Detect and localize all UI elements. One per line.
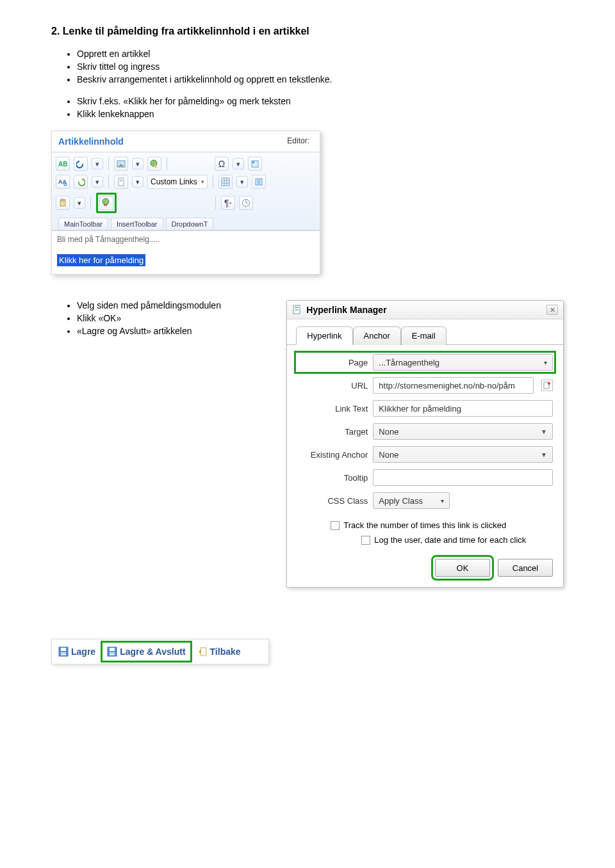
css-dropdown[interactable]: Apply Class ▾: [373, 492, 450, 509]
save-icon: [58, 647, 69, 657]
editor-toolbar: ABC ▾ ▾ Ω ▾ AA: [52, 152, 320, 230]
list-item: Klikk «OK»: [77, 313, 280, 323]
lagre-label: Lagre: [71, 647, 95, 657]
paste-icon[interactable]: [56, 196, 70, 210]
svg-text:AA: AA: [58, 179, 67, 185]
page-dropdown[interactable]: ...Tårnagenthelg ▾: [373, 354, 553, 371]
tooltip-label: Tooltip: [297, 473, 368, 483]
editor-label: Editor:: [287, 136, 313, 147]
caret-down-icon[interactable]: ▾: [132, 158, 144, 170]
editor-text-line: Bli med på Tårnaggenthelg.....: [57, 235, 315, 244]
url-label: URL: [297, 381, 368, 390]
lagre-button[interactable]: Lagre: [58, 647, 95, 657]
layout-icon[interactable]: [252, 175, 266, 189]
template-icon[interactable]: [248, 157, 262, 171]
list-item: Opprett en artikkel: [77, 49, 564, 59]
svg-rect-20: [62, 199, 64, 201]
bullet-list-3: Velg siden med påmeldingsmodulen Klikk «…: [77, 300, 280, 336]
globe-edit-icon[interactable]: [147, 157, 161, 171]
hyperlink-button[interactable]: [99, 196, 113, 210]
svg-rect-37: [201, 648, 206, 655]
caret-down-icon[interactable]: ▾: [236, 176, 248, 188]
log-checkbox[interactable]: [361, 536, 370, 545]
lagre-avslutt-label: Lagre & Avslutt: [120, 647, 185, 657]
svg-rect-9: [119, 178, 124, 186]
page-icon: [292, 305, 302, 315]
tilbake-button[interactable]: Tilbake: [197, 647, 241, 657]
omega-icon[interactable]: Ω: [215, 157, 229, 171]
clock-icon[interactable]: [239, 196, 253, 210]
linktext-input[interactable]: Klikkher for påmelding: [373, 400, 553, 417]
caret-down-icon[interactable]: ▾: [233, 158, 244, 170]
caret-down-icon[interactable]: ▾: [92, 176, 103, 188]
svg-rect-18: [259, 179, 262, 185]
target-value: None: [379, 427, 398, 437]
svg-rect-17: [256, 179, 258, 185]
caret-down-icon: ▾: [441, 497, 444, 504]
list-item: «Lagre og Avslutt» artikkelen: [77, 326, 280, 336]
track-checkbox[interactable]: [331, 521, 340, 530]
list-item: Skriv f.eks. «Klikk her for påmelding» o…: [77, 96, 564, 106]
track-label: Track the number of times this link is c…: [343, 520, 506, 530]
find-icon[interactable]: AA: [56, 175, 70, 189]
save-toolbar: Lagre Lagre & Avslutt Tilbake: [51, 639, 269, 664]
anchor-value: None: [379, 450, 398, 460]
caret-down-icon[interactable]: ▾: [132, 176, 144, 188]
custom-links-dropdown[interactable]: Custom Links ▾: [147, 175, 208, 189]
tab-hyperlink[interactable]: Hyperlink: [296, 326, 352, 345]
tab-anchor[interactable]: Anchor: [353, 326, 401, 345]
svg-rect-33: [61, 652, 66, 655]
undo-icon[interactable]: [74, 157, 88, 171]
spellcheck-icon[interactable]: ABC: [56, 157, 70, 171]
linktext-label: Link Text: [297, 404, 368, 414]
caret-down-icon[interactable]: ▾: [92, 158, 103, 170]
target-label: Target: [297, 427, 368, 437]
svg-rect-35: [110, 648, 115, 651]
list-item: Skriv tittel og ingress: [77, 61, 564, 72]
linktext-value: Klikkher for påmelding: [379, 404, 461, 414]
editor-section-title: Artikkelinnhold: [58, 136, 124, 147]
svg-rect-26: [295, 307, 299, 308]
anchor-dropdown[interactable]: None ▼: [373, 446, 553, 463]
caret-down-icon: ▾: [201, 179, 204, 185]
toolbar-tab-main[interactable]: MainToolbar: [58, 218, 108, 230]
pilcrow-icon[interactable]: ¶+: [221, 196, 235, 210]
tab-email[interactable]: E-mail: [401, 326, 447, 345]
url-input[interactable]: http://stornesmenighet.no/nb-no/påm: [373, 377, 534, 394]
page-value: ...Tårnagenthelg: [379, 358, 439, 367]
caret-down-icon[interactable]: ▾: [74, 197, 85, 209]
toolbar-tab-insert[interactable]: InsertToolbar: [111, 218, 163, 230]
url-picker-icon[interactable]: [541, 380, 553, 391]
lagre-avslutt-button[interactable]: Lagre & Avslutt: [104, 645, 188, 659]
editor-content-area[interactable]: Bli med på Tårnaggenthelg..... Klikk her…: [52, 230, 320, 274]
svg-rect-32: [61, 648, 66, 651]
document-icon[interactable]: [114, 175, 128, 189]
ok-button[interactable]: OK: [435, 559, 490, 577]
svg-text:ABC: ABC: [58, 161, 67, 168]
page-label: Page: [297, 358, 368, 367]
svg-point-2: [119, 163, 121, 165]
log-label: Log the user, date and time for each cli…: [374, 535, 526, 545]
tilbake-label: Tilbake: [210, 647, 241, 657]
redo-icon[interactable]: [74, 175, 88, 189]
url-value: http://stornesmenighet.no/nb-no/påm: [379, 381, 514, 390]
target-dropdown[interactable]: None ▼: [373, 423, 553, 440]
custom-links-label: Custom Links: [151, 177, 197, 186]
svg-rect-36: [110, 652, 115, 655]
svg-rect-12: [222, 178, 229, 186]
tooltip-input[interactable]: [373, 469, 553, 486]
bullet-list-2: Skriv f.eks. «Klikk her for påmelding» o…: [77, 96, 564, 119]
close-icon[interactable]: ✕: [546, 305, 558, 315]
css-label: CSS Class: [297, 496, 368, 506]
image-icon[interactable]: [114, 157, 128, 171]
caret-down-icon: ▼: [541, 451, 547, 458]
editor-selected-text: Klikk her for påmelding: [57, 254, 145, 266]
svg-point-30: [548, 382, 550, 385]
svg-point-21: [102, 198, 109, 205]
list-item: Klikk lenkeknappen: [77, 109, 564, 119]
toolbar-tab-dropdown[interactable]: DropdownT: [166, 218, 214, 230]
back-icon: [197, 647, 208, 657]
table-icon[interactable]: [218, 175, 233, 189]
editor-screenshot: Artikkelinnhold Editor: ABC ▾ ▾ Ω ▾: [51, 131, 320, 275]
cancel-button[interactable]: Cancel: [498, 559, 553, 577]
